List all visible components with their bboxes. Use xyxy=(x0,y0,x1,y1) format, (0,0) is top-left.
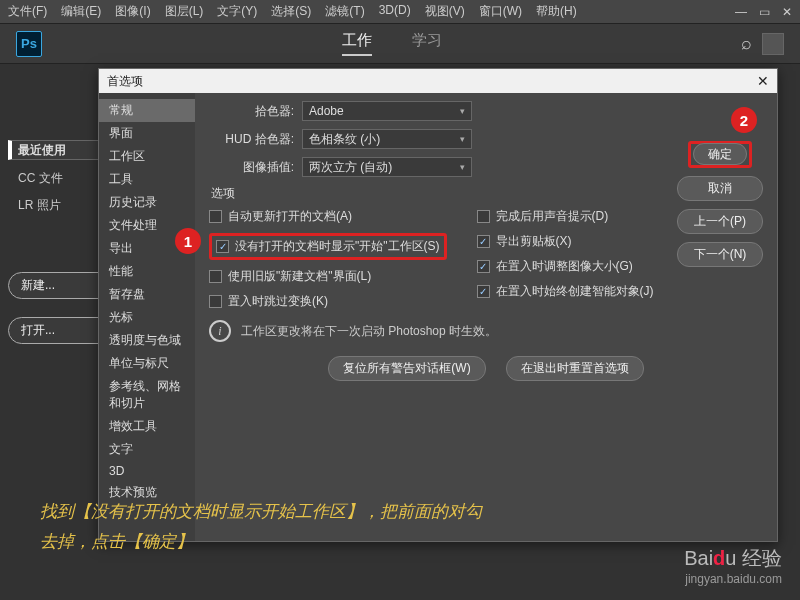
info-text: 工作区更改将在下一次启动 Photoshop 时生效。 xyxy=(241,323,497,340)
watermark-url: jingyan.baidu.com xyxy=(684,572,782,586)
color-swatch[interactable] xyxy=(762,33,784,55)
cat-type[interactable]: 文字 xyxy=(99,438,195,461)
cat-cursors[interactable]: 光标 xyxy=(99,306,195,329)
maximize-icon[interactable]: ▭ xyxy=(759,5,770,19)
dialog-title: 首选项 xyxy=(107,73,143,90)
next-button[interactable]: 下一个(N) xyxy=(677,242,763,267)
menu-edit[interactable]: 编辑(E) xyxy=(61,3,101,20)
minimize-icon[interactable]: — xyxy=(735,5,747,19)
menu-select[interactable]: 选择(S) xyxy=(271,3,311,20)
chk-smart-object[interactable]: 在置入时始终创建智能对象(J) xyxy=(477,283,654,300)
app-logo: Ps xyxy=(16,31,42,57)
prev-button[interactable]: 上一个(P) xyxy=(677,209,763,234)
cat-scratch[interactable]: 暂存盘 xyxy=(99,283,195,306)
chk-auto-update[interactable]: 自动更新打开的文档(A) xyxy=(209,208,447,225)
chk-export-clipboard[interactable]: 导出剪贴板(X) xyxy=(477,233,654,250)
highlight-start-workspace: 没有打开的文档时显示"开始"工作区(S) xyxy=(209,233,447,260)
menu-help[interactable]: 帮助(H) xyxy=(536,3,577,20)
menu-file[interactable]: 文件(F) xyxy=(8,3,47,20)
cat-workspace[interactable]: 工作区 xyxy=(99,145,195,168)
chk-skip-transform[interactable]: 置入时跳过变换(K) xyxy=(209,293,447,310)
cat-tools[interactable]: 工具 xyxy=(99,168,195,191)
menu-view[interactable]: 视图(V) xyxy=(425,3,465,20)
menu-type[interactable]: 文字(Y) xyxy=(217,3,257,20)
menu-image[interactable]: 图像(I) xyxy=(115,3,150,20)
cat-history[interactable]: 历史记录 xyxy=(99,191,195,214)
hud-label: HUD 拾色器: xyxy=(209,131,294,148)
chk-legacy-newdoc[interactable]: 使用旧版"新建文档"界面(L) xyxy=(209,268,447,285)
tab-work[interactable]: 工作 xyxy=(342,31,372,56)
info-icon: i xyxy=(209,320,231,342)
dialog-close-icon[interactable]: ✕ xyxy=(757,73,769,89)
cat-general[interactable]: 常规 xyxy=(99,99,195,122)
annotation-badge-1: 1 xyxy=(175,228,201,254)
cat-performance[interactable]: 性能 xyxy=(99,260,195,283)
close-icon[interactable]: ✕ xyxy=(782,5,792,19)
cat-units[interactable]: 单位与标尺 xyxy=(99,352,195,375)
highlight-ok: 确定 xyxy=(688,141,752,168)
cat-plugins[interactable]: 增效工具 xyxy=(99,415,195,438)
interp-label: 图像插值: xyxy=(209,159,294,176)
top-toolbar: Ps 工作 学习 ⌕ xyxy=(0,24,800,64)
preferences-dialog: 首选项 ✕ 常规 界面 工作区 工具 历史记录 文件处理 导出 性能 暂存盘 光… xyxy=(98,68,778,542)
dialog-main: 拾色器: Adobe▾ HUD 拾色器: 色相条纹 (小)▾ 图像插值: 两次立… xyxy=(195,93,777,541)
interp-select[interactable]: 两次立方 (自动)▾ xyxy=(302,157,472,177)
cancel-button[interactable]: 取消 xyxy=(677,176,763,201)
dialog-action-buttons: 2 确定 取消 上一个(P) 下一个(N) xyxy=(677,107,763,267)
dialog-titlebar: 首选项 ✕ xyxy=(99,69,777,93)
cat-transparency[interactable]: 透明度与色域 xyxy=(99,329,195,352)
menu-filter[interactable]: 滤镜(T) xyxy=(325,3,364,20)
cat-guides[interactable]: 参考线、网格和切片 xyxy=(99,375,195,415)
chk-beep[interactable]: 完成后用声音提示(D) xyxy=(477,208,654,225)
annotation-badge-2: 2 xyxy=(731,107,757,133)
tutorial-annotation: 找到【没有打开的文档时显示开始工作区】，把前面的对勾 去掉，点击【确定】 xyxy=(40,497,482,558)
menu-items: 文件(F) 编辑(E) 图像(I) 图层(L) 文字(Y) 选择(S) 滤镜(T… xyxy=(8,3,577,20)
picker-label: 拾色器: xyxy=(209,103,294,120)
category-list: 常规 界面 工作区 工具 历史记录 文件处理 导出 性能 暂存盘 光标 透明度与… xyxy=(99,93,195,541)
cat-interface[interactable]: 界面 xyxy=(99,122,195,145)
reset-warnings-button[interactable]: 复位所有警告对话框(W) xyxy=(328,356,485,381)
tab-learn[interactable]: 学习 xyxy=(412,31,442,56)
watermark-logo: Baidu 经验 xyxy=(684,545,782,572)
picker-select[interactable]: Adobe▾ xyxy=(302,101,472,121)
menu-layer[interactable]: 图层(L) xyxy=(165,3,204,20)
reset-on-quit-button[interactable]: 在退出时重置首选项 xyxy=(506,356,644,381)
cat-3d[interactable]: 3D xyxy=(99,461,195,481)
watermark: Baidu 经验 jingyan.baidu.com xyxy=(684,545,782,586)
menu-window[interactable]: 窗口(W) xyxy=(479,3,522,20)
ok-button[interactable]: 确定 xyxy=(693,143,747,165)
menu-bar: 文件(F) 编辑(E) 图像(I) 图层(L) 文字(Y) 选择(S) 滤镜(T… xyxy=(0,0,800,24)
hud-select[interactable]: 色相条纹 (小)▾ xyxy=(302,129,472,149)
menu-3d[interactable]: 3D(D) xyxy=(379,3,411,20)
chk-resize-place[interactable]: 在置入时调整图像大小(G) xyxy=(477,258,654,275)
chk-show-start[interactable]: 没有打开的文档时显示"开始"工作区(S) xyxy=(216,238,440,255)
search-icon[interactable]: ⌕ xyxy=(741,33,752,54)
